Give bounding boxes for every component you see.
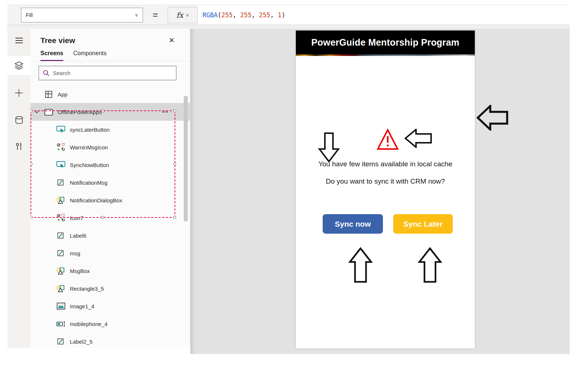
tree-item-label: NotificationDialogBox: [70, 197, 122, 203]
icon-control-icon: ⊘♡+↻: [56, 213, 66, 223]
formula-segment: ,: [233, 11, 240, 19]
search-icon: [43, 70, 50, 77]
tree-item-label: SyncNowButton: [70, 162, 109, 168]
icon-control-icon: ⊘♡+↻: [56, 142, 66, 152]
equals-sign: =: [143, 10, 168, 20]
fx-dropdown-button[interactable]: fx ∨: [168, 7, 198, 23]
sync-later-button[interactable]: Sync Later: [393, 214, 453, 234]
tree-item-label: mobilephone_4: [70, 321, 108, 327]
tree-item-label: MsgBox: [70, 268, 90, 274]
formula-segment: 255: [240, 11, 251, 19]
search-input[interactable]: [53, 70, 172, 76]
design-canvas: PowerGuide Mentorship Program You have f…: [190, 29, 570, 354]
left-rail: [7, 29, 31, 348]
formula-segment: (: [218, 11, 221, 19]
up-arrow-image[interactable]: [348, 247, 373, 283]
panel-title: Tree view: [31, 29, 190, 45]
chevron-down-icon: ∨: [186, 13, 189, 18]
image-control-icon: [56, 301, 66, 311]
tree-scrollbar-thumb[interactable]: [184, 96, 188, 222]
tree-item-label: OfflinePowerApps: [58, 109, 102, 115]
tree-item-Label2_5[interactable]: Label2_5: [31, 333, 190, 348]
tree-item-label: Label2_5: [70, 339, 93, 345]
more-options-icon[interactable]: ⋯: [162, 108, 169, 116]
formula-segment: 1: [278, 11, 282, 19]
insert-plus-icon[interactable]: [7, 83, 31, 102]
tree-item-label: App: [58, 91, 68, 98]
cache-message-label[interactable]: You have few items available in local ca…: [296, 160, 475, 168]
tree-item-SyncNowButton[interactable]: SyncNowButton: [31, 156, 190, 174]
tree-item-label: Icon7: [70, 215, 83, 221]
powerapps-studio-window: Fill ∨ = fx ∨ RGBA(255, 255, 255, 1): [7, 5, 570, 354]
tab-components[interactable]: Components: [73, 50, 107, 61]
advanced-tools-icon[interactable]: [7, 137, 31, 156]
down-arrow-image[interactable]: [318, 132, 340, 163]
up-arrow-image[interactable]: [418, 247, 442, 283]
tree-item-label: msg: [70, 250, 80, 256]
tree-item-Label6[interactable]: Label6: [31, 227, 190, 244]
tree-item-label: Label6: [70, 233, 86, 239]
tree-item-msg[interactable]: msg: [31, 244, 190, 262]
tree-item-label: Rectangle3_5: [70, 286, 104, 292]
data-sources-icon[interactable]: [7, 110, 31, 130]
tree-item-syncLaterButton[interactable]: syncLaterButton: [31, 121, 190, 138]
close-icon[interactable]: ✕: [169, 36, 175, 45]
hamburger-menu-icon[interactable]: [7, 31, 31, 50]
label-control-icon: [56, 337, 66, 346]
shapes-control-icon: [56, 266, 66, 276]
screen-control-icon: [44, 107, 54, 117]
formula-segment: ): [282, 11, 285, 19]
tree-view-icon[interactable]: [7, 56, 31, 75]
tree-item-WarninMsgIcon[interactable]: ⊘♡+↻WarninMsgIcon: [31, 138, 190, 156]
shapes-control-icon: [56, 284, 66, 293]
toolbar-substrip: [7, 25, 570, 29]
formula-segment: 255: [221, 11, 233, 19]
chevron-down-icon: ∨: [135, 12, 138, 18]
left-arrow-image[interactable]: [404, 129, 432, 148]
button-control-icon: [56, 160, 66, 170]
property-selector-dropdown[interactable]: Fill ∨: [21, 8, 143, 22]
header-image-strip: [296, 54, 475, 56]
textinput-control-icon: [56, 319, 66, 329]
tree-item-MsgBox[interactable]: MsgBox: [31, 262, 190, 280]
tree-item-NotificationDialogBox[interactable]: NotificationDialogBox: [31, 191, 190, 209]
formula-segment: 255: [259, 11, 270, 19]
tree-item-Icon7[interactable]: ⊘♡+↻Icon7: [31, 209, 190, 227]
label-control-icon: [56, 178, 66, 187]
property-selector-value: Fill: [26, 12, 33, 18]
sync-now-button[interactable]: Sync now: [323, 214, 383, 234]
search-box: [39, 66, 176, 80]
big-left-arrow-image[interactable]: [477, 105, 508, 131]
tree-item-label: syncLaterButton: [70, 127, 110, 133]
tree-item-NotificationMsg[interactable]: NotificationMsg: [31, 174, 190, 191]
tree-tabs: Screens Components: [31, 50, 190, 61]
formula-segment: ,: [251, 11, 259, 19]
toolbar-left-section: Fill ∨ = fx ∨: [7, 5, 198, 25]
formula-segment: RGBA: [202, 11, 218, 19]
shapes-control-icon: [56, 195, 66, 205]
tree-item-OfflinePowerApps[interactable]: OfflinePowerApps⋯: [31, 103, 190, 121]
tree-item-label: NotificationMsg: [70, 180, 108, 186]
tab-screens[interactable]: Screens: [40, 50, 63, 61]
chevron-down-icon[interactable]: [35, 110, 39, 113]
fx-icon: fx: [176, 11, 183, 20]
tree-item-Rectangle3_5[interactable]: Rectangle3_5: [31, 280, 190, 297]
screen-artboard[interactable]: PowerGuide Mentorship Program You have f…: [296, 31, 475, 348]
app-control-icon: [44, 89, 54, 99]
tree-item-App[interactable]: App: [31, 85, 190, 103]
button-control-icon: [56, 125, 66, 134]
formula-toolbar: Fill ∨ = fx ∨ RGBA(255, 255, 255, 1): [7, 5, 570, 25]
formula-segment: ,: [270, 11, 277, 19]
tree-item-Image1_4[interactable]: Image1_4: [31, 297, 190, 315]
tree-item-label: Image1_4: [70, 303, 94, 309]
warning-triangle-icon[interactable]: [377, 128, 399, 151]
screen-header-label[interactable]: PowerGuide Mentorship Program: [296, 31, 475, 54]
sync-question-label[interactable]: Do you want to sync it with CRM now?: [296, 177, 475, 185]
formula-input[interactable]: RGBA(255, 255, 255, 1): [198, 5, 570, 25]
tree-item-label: WarninMsgIcon: [70, 144, 108, 150]
label-control-icon: [56, 248, 66, 258]
tree-item-mobilephone_4[interactable]: mobilephone_4: [31, 315, 190, 333]
tree-view-panel: Tree view ✕ Screens Components AppOfflin…: [31, 29, 190, 348]
label-control-icon: [56, 231, 66, 240]
